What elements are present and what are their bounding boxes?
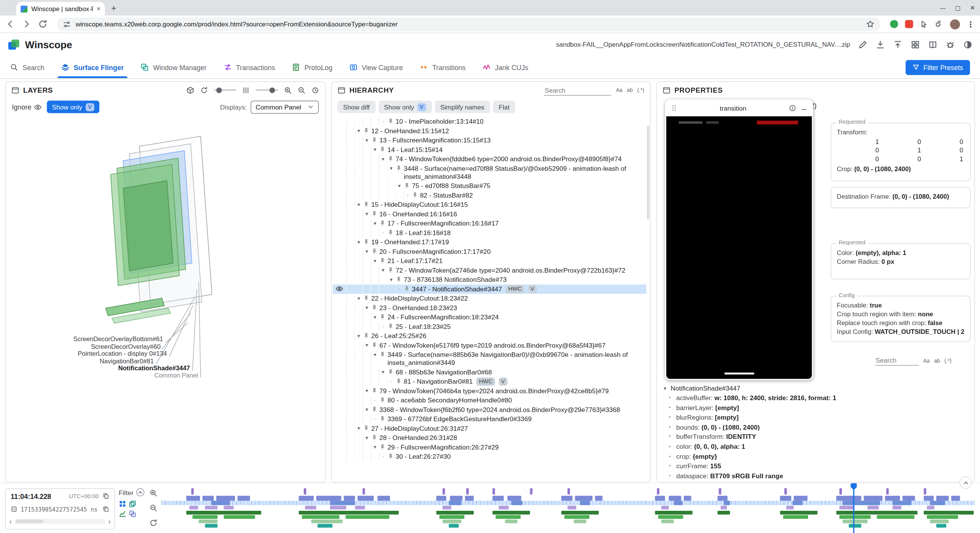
leaf-bullet-icon[interactable] <box>379 118 387 126</box>
timeline-block-transition-markers[interactable] <box>784 488 787 494</box>
properties-list-item[interactable]: bounds: (0, 0) - (1080, 2400) <box>661 422 970 432</box>
timeline-block-sf-frames[interactable] <box>836 496 861 501</box>
extension-icon[interactable] <box>890 20 898 28</box>
leaf-bullet-icon[interactable] <box>379 322 387 330</box>
properties-list-item[interactable]: color: (0, 0, 0), alpha: 1 <box>661 442 970 451</box>
nav-tab-view-capture[interactable]: View Capture <box>349 56 403 78</box>
properties-list-item[interactable]: currFrame: 155 <box>661 461 970 471</box>
hierarchy-scrollbar[interactable] <box>647 126 650 219</box>
zoom-in-icon[interactable] <box>149 489 157 497</box>
timeline-block-transition-markers[interactable] <box>719 488 722 494</box>
timeline-block-transactions[interactable] <box>720 506 727 510</box>
layer-label[interactable]: NavigationBar0#81 <box>100 357 154 364</box>
show-only-button[interactable]: Show onlyV <box>379 101 432 113</box>
upload-icon[interactable] <box>893 40 902 49</box>
timeline-block-view-capture[interactable] <box>930 520 949 523</box>
timeline-block-transactions[interactable] <box>330 506 346 510</box>
properties-search-input[interactable] <box>875 355 919 366</box>
timeline-block-transactions[interactable] <box>661 506 669 510</box>
pin-icon[interactable] <box>371 406 377 412</box>
timeline-block-view-capture[interactable] <box>505 520 518 523</box>
timeline-block-sf-frames[interactable] <box>936 496 949 501</box>
extension-icon[interactable] <box>905 20 913 28</box>
timeline-block-transitions-track[interactable] <box>449 524 459 528</box>
timeline-block-sf-frames[interactable] <box>377 496 390 501</box>
pin-icon[interactable] <box>371 435 377 441</box>
timeline-block-transactions[interactable] <box>443 506 451 510</box>
rotation-slider[interactable] <box>214 89 236 90</box>
scrollbar-thumb[interactable] <box>15 520 43 523</box>
pin-icon[interactable] <box>387 156 394 162</box>
timeline-block-sf-frames[interactable] <box>561 496 572 501</box>
expand-arrow-icon[interactable] <box>363 248 371 256</box>
hierarchy-tree-node[interactable]: 12 - OneHanded:15:15#12 <box>333 126 647 136</box>
timeline-block-transactions[interactable] <box>189 506 198 510</box>
timeline-block-transactions[interactable] <box>786 506 794 510</box>
filter-collapse-icon[interactable] <box>136 488 144 496</box>
layer-label[interactable]: ScreenDecorOverlayBottom#61 <box>73 336 163 343</box>
site-info-icon[interactable] <box>63 20 71 28</box>
pin-icon[interactable] <box>363 239 369 245</box>
hierarchy-tree-node[interactable]: 3447 - NotificationShade#3447HWCV <box>333 284 647 294</box>
timeline-block-transition-markers[interactable] <box>657 488 660 494</box>
timeline-block-transactions[interactable] <box>927 506 934 510</box>
dark-mode-icon[interactable] <box>963 40 972 49</box>
timeline-block-protolog[interactable] <box>439 515 464 519</box>
expand-arrow-icon[interactable] <box>371 351 379 359</box>
pin-icon[interactable] <box>387 267 394 273</box>
hierarchy-tree-node[interactable]: 10 - ImePlaceholder:13:14#10 <box>333 117 647 126</box>
properties-list-item[interactable]: blurRegions: [empty] <box>661 413 970 422</box>
reset-view-icon[interactable] <box>311 86 319 94</box>
hierarchy-tree-node[interactable]: 75 - ed70f88 StatusBar#75 <box>333 181 647 190</box>
expand-arrow-icon[interactable] <box>379 368 387 376</box>
new-tab-button[interactable]: + <box>108 3 119 14</box>
pin-icon[interactable] <box>395 165 402 171</box>
zoom-out-icon[interactable] <box>149 504 157 512</box>
hierarchy-tree-node[interactable]: 80 - ace6abb SecondaryHomeHandle0#80 <box>333 396 647 405</box>
hierarchy-tree-node[interactable]: 16 - OneHanded:16:16#16 <box>333 209 647 219</box>
leaf-bullet-icon[interactable] <box>387 378 395 386</box>
match-case-icon[interactable]: Aa <box>923 357 929 363</box>
expand-arrow-icon[interactable] <box>363 434 371 442</box>
hierarchy-tree-node[interactable]: 74 - WindowToken{fdddbe6 type=2000 andro… <box>333 154 647 163</box>
ignore-toggle[interactable]: Ignore <box>12 103 42 111</box>
minimize-icon[interactable] <box>800 105 807 111</box>
timeline-block-wm-trace[interactable] <box>924 511 974 515</box>
expand-arrow-icon[interactable] <box>395 182 403 190</box>
timeline-block-protolog[interactable] <box>564 515 589 519</box>
hierarchy-tree-node[interactable]: 73 - 8736138 NotificationShade#73 <box>333 275 647 284</box>
sf-trace-icon[interactable] <box>119 500 126 508</box>
pin-icon[interactable] <box>371 248 377 254</box>
expand-arrow-icon[interactable] <box>363 136 371 144</box>
3d-view-icon[interactable] <box>186 86 194 94</box>
timeline-block-protolog[interactable] <box>927 515 958 519</box>
timeline-block-sf-frames[interactable] <box>216 496 235 501</box>
hierarchy-tree-node[interactable]: 26 - Leaf:25:25#26 <box>333 331 647 340</box>
pin-icon[interactable] <box>379 352 385 358</box>
leaf-bullet-icon[interactable] <box>379 453 387 461</box>
zoom-in-icon[interactable] <box>284 86 292 94</box>
scroll-left-icon[interactable]: ‹ <box>9 518 11 525</box>
timeline-block-sf-frames[interactable] <box>465 496 474 501</box>
timeline-block-sf-frames[interactable] <box>903 496 915 501</box>
profile-avatar[interactable] <box>950 19 960 29</box>
timeline-block-protolog[interactable] <box>346 515 389 519</box>
pin-icon[interactable] <box>371 211 377 217</box>
pin-icon[interactable] <box>363 425 369 431</box>
window-minimize-icon[interactable]: — <box>940 4 946 11</box>
layer-label[interactable]: NotificationShade#3447 <box>118 365 190 371</box>
hierarchy-tree-node[interactable]: 20 - FullscreenMagnification:17:17#20 <box>333 247 647 256</box>
wm-trace-icon[interactable] <box>129 510 136 518</box>
tab-close-icon[interactable]: × <box>96 5 101 12</box>
screenshot-preview-card[interactable]: transition <box>665 100 813 380</box>
timeline-block-sf-frames[interactable] <box>669 496 681 501</box>
regex-icon[interactable]: (.*) <box>637 87 645 93</box>
timeline-block-sf-frames[interactable] <box>344 496 355 501</box>
nav-tab-transitions[interactable]: Transitions <box>420 56 466 78</box>
timeline-block-transition-markers[interactable] <box>924 488 926 494</box>
timeline-block-protolog[interactable] <box>302 515 340 519</box>
forward-icon[interactable] <box>22 20 31 29</box>
properties-root-node[interactable]: NotificationShade#3447 <box>661 383 970 393</box>
copy-icon[interactable] <box>103 493 109 500</box>
timeline-block-transactions[interactable] <box>840 506 854 510</box>
